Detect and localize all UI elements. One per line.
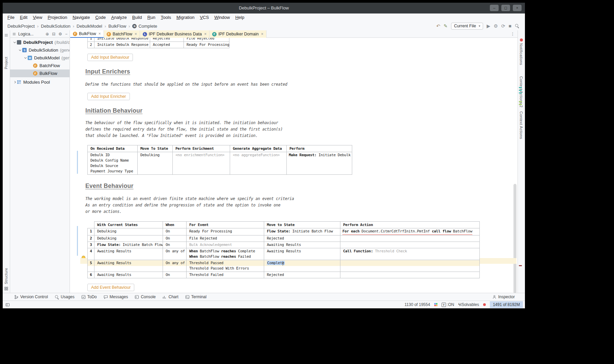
menu-vcs[interactable]: VCS (197, 13, 212, 22)
tab-batchflow[interactable]: F BatchFlow (104, 30, 140, 38)
move-to-state-cell[interactable]: Debulking (138, 152, 173, 175)
move-to-state-cell[interactable]: Rejected (264, 272, 340, 278)
maximize-icon[interactable]: ◻ (501, 5, 510, 11)
error-stripe-mark[interactable] (519, 101, 522, 102)
menu-migration[interactable]: Migration (174, 13, 197, 22)
breadcrumb-solution[interactable]: DebulkSolution (41, 24, 70, 29)
tab-options-icon[interactable]: ⋮ (508, 30, 518, 37)
current-state-cell[interactable]: Awaiting Results (94, 272, 163, 278)
tool-usages[interactable]: Usages (55, 295, 75, 299)
tree-item-solution[interactable]: S DebulkSolution (gene (10, 46, 69, 54)
breadcrumb-model[interactable]: DebulkModel (77, 24, 102, 29)
tool-terminal[interactable]: Terminal (185, 295, 206, 299)
memory-indicator[interactable]: 1491 of 8192M (490, 301, 523, 308)
error-stripe-mark[interactable] (519, 90, 522, 91)
tool-inspector[interactable]: Inspector (492, 295, 525, 299)
move-to-state-cell[interactable]: Flow State:Initiate Batch Flow (264, 228, 340, 235)
settings-icon[interactable]: ⚙ (494, 23, 498, 29)
tree-item-batchflow[interactable]: F BatchFlow (10, 62, 69, 69)
input-status-cell[interactable]: Accepted (150, 42, 184, 48)
when-cell[interactable]: On any of (163, 260, 187, 272)
run-configuration-select[interactable]: Current File ▾ (451, 23, 483, 30)
tool-console[interactable]: Console (135, 295, 156, 299)
breadcrumb-project[interactable]: DebulkProject (7, 24, 35, 29)
tree-item-bulkflow[interactable]: F BulkFlow (10, 69, 69, 77)
for-event-cell[interactable]: Threshold Failed (187, 272, 264, 278)
enrichment-cell[interactable]: <no enrichmentFunction> (173, 152, 230, 175)
breadcrumb-state[interactable]: Complete (138, 24, 157, 29)
perform-action-cell[interactable]: Call Function:Threshold Check (340, 248, 480, 260)
tool-stripe-context-actions-2[interactable]: Context Actions 2 (519, 76, 523, 107)
tool-stripe-structure[interactable]: Structure (4, 268, 8, 284)
when-cell[interactable]: On (163, 228, 187, 235)
rerun-icon[interactable]: ⟳ (501, 23, 505, 29)
locate-file-icon[interactable]: ⊕ (46, 32, 49, 36)
move-to-state-cell[interactable]: Rejected (264, 235, 340, 242)
current-state-cell[interactable]: Flow State:Initiate Batch Flow (94, 242, 163, 248)
tool-stripe-project[interactable]: Project (4, 57, 8, 69)
hide-panel-icon[interactable]: − (65, 32, 67, 36)
plugin-icon[interactable] (434, 303, 438, 306)
tab-business-data[interactable]: L IPF Debulker Business Data (140, 30, 210, 38)
move-to-state-cell[interactable]: Awaiting Results (264, 248, 340, 260)
menu-run[interactable]: Run (145, 13, 158, 22)
menu-window[interactable]: Window (212, 13, 232, 22)
perform-action-cell[interactable]: For eachDocument.CstmrCdtTrfInitn.PmtInf… (340, 228, 480, 235)
current-state-cell[interactable]: Awaiting Results (94, 260, 163, 272)
menu-help[interactable]: Help (232, 13, 247, 22)
menu-code[interactable]: Code (92, 13, 108, 22)
panel-view-label[interactable]: Logica... (18, 32, 33, 36)
search-icon[interactable] (515, 24, 520, 28)
caret-position[interactable]: 1130 of 19554 (404, 302, 430, 307)
when-cell[interactable]: On any of (163, 248, 187, 260)
error-stripe-mark[interactable] (519, 104, 522, 105)
error-stripe-mark[interactable] (519, 92, 522, 93)
tool-window-toggle-icon[interactable] (5, 303, 10, 307)
chevron-down-icon[interactable] (18, 50, 22, 51)
chevron-down-icon[interactable] (23, 57, 28, 58)
chevron-down-icon[interactable] (12, 42, 17, 43)
aggregate-cell[interactable]: <no aggregateFunction> (230, 152, 287, 175)
input-event-cell[interactable]: Initiate Debulk Response (94, 38, 150, 42)
menu-analyze[interactable]: Analyze (109, 13, 130, 22)
close-icon[interactable]: × (513, 5, 522, 11)
error-indicator-icon[interactable] (483, 303, 486, 306)
add-event-behaviour-button[interactable]: Add Event Behaviour (87, 284, 134, 291)
error-stripe-mark[interactable] (519, 87, 522, 88)
input-event-cell[interactable]: Initiate Debulk Response (94, 42, 150, 48)
input-result-cell[interactable]: Ready For Processing (184, 42, 229, 48)
current-state-cell[interactable]: Awaiting Results (94, 248, 163, 260)
view-mode-icon[interactable] (12, 32, 16, 36)
tree-item-modules-pool[interactable]: Modules Pool (10, 78, 69, 86)
close-tab-icon[interactable] (261, 32, 263, 36)
tab-bulkflow[interactable]: F BulkFlow (70, 30, 104, 38)
chevron-right-icon[interactable] (12, 81, 17, 83)
undo-icon[interactable]: ↶ (436, 23, 440, 29)
for-event-cell[interactable]: Threshold Passed Threshold Passed With E… (187, 260, 264, 272)
tab-domain[interactable]: E IPF Debulker Domain (210, 30, 267, 38)
for-event-cell[interactable]: Ready For Processing (187, 228, 264, 235)
for-event-cell[interactable]: WhenBatchFlowreachesComplete WhenBatchFl… (187, 248, 264, 260)
structure-tool-window-icon[interactable] (4, 286, 8, 291)
menu-build[interactable]: Build (130, 13, 145, 22)
collapse-all-icon[interactable]: ⊟ (52, 32, 55, 36)
when-cell[interactable]: On (163, 235, 187, 242)
perform-action-cell[interactable] (340, 235, 480, 242)
current-state-cell[interactable]: Debulking (94, 235, 163, 242)
tree-item-project[interactable]: DebulkProject (/build/de (10, 38, 69, 46)
menu-projection[interactable]: Projection (45, 13, 70, 22)
received-data-cell[interactable]: Debulk ID Debulk Config Name Debulk Sour… (88, 152, 138, 175)
add-input-enricher-button[interactable]: Add Input Enricher (87, 93, 130, 100)
tool-stripe-notifications[interactable]: Notifications (519, 43, 523, 65)
breadcrumb-flow[interactable]: BulkFlow (108, 24, 126, 29)
stop-icon[interactable]: ■ (509, 23, 511, 29)
tool-todo[interactable]: ToDo (81, 295, 97, 299)
gear-icon[interactable]: ⚙ (58, 32, 62, 36)
solvables-indicator[interactable]: ϟISolvables (458, 302, 479, 307)
when-cell[interactable]: On (163, 272, 187, 278)
tool-version-control[interactable]: Version Control (14, 295, 48, 299)
current-state-cell[interactable]: Debulking (94, 228, 163, 235)
perform-action-cell[interactable] (340, 272, 480, 278)
t-indicator[interactable]: T:ON (442, 302, 454, 307)
perform-cell[interactable]: Make Request:Initiate Debulk (287, 152, 352, 175)
